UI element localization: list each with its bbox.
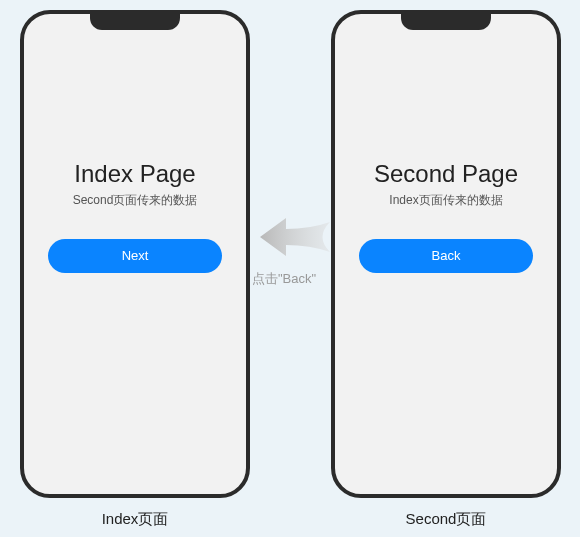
next-button[interactable]: Next (48, 239, 222, 273)
caption-second: Second页面 (331, 510, 561, 529)
phone-second: Second Page Index页面传来的数据 Back (331, 10, 561, 498)
second-screen-content: Second Page Index页面传来的数据 Back (335, 160, 557, 273)
second-page-title: Second Page (359, 160, 533, 188)
arrow-caption: 点击"Back" (252, 270, 316, 288)
phone-notch (401, 14, 491, 30)
index-page-subtitle: Second页面传来的数据 (48, 192, 222, 209)
index-screen-content: Index Page Second页面传来的数据 Next (24, 160, 246, 273)
second-page-subtitle: Index页面传来的数据 (359, 192, 533, 209)
index-page-title: Index Page (48, 160, 222, 188)
caption-index: Index页面 (20, 510, 250, 529)
arrow-left-icon (260, 212, 330, 262)
phone-notch (90, 14, 180, 30)
phone-index: Index Page Second页面传来的数据 Next (20, 10, 250, 498)
back-button[interactable]: Back (359, 239, 533, 273)
